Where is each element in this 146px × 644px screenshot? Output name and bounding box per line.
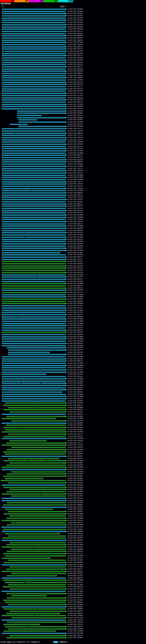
hit-label[interactable]: UniRef100_B8MWJ1 [68,606,83,608]
hit-label[interactable]: UniRef100_Q9UST7 [68,626,83,628]
hit-label[interactable]: UniRef100_B4WIB7 [68,278,83,280]
hit-bar[interactable] [2,418,56,419]
hit-bar[interactable] [2,385,66,386]
hit-bar[interactable] [9,635,66,636]
hit-bar[interactable] [2,370,66,370]
hit-bar[interactable] [11,573,66,574]
hit-label[interactable]: UniRef100_B4FF27 [68,86,83,88]
hit-bar[interactable] [2,128,66,129]
hit-bar[interactable] [2,564,66,566]
hit-label[interactable]: UniRef100_A9XBP6 [68,508,83,510]
hit-bar[interactable] [2,148,66,149]
hit-bar[interactable] [2,325,66,326]
hit-label[interactable]: UniRef100_B9T5H6 [68,41,83,44]
hit-label[interactable]: UniRef100_UP1000... [68,340,86,342]
hit-label[interactable]: UniRef100_C5Y163 [68,92,83,94]
hit-label[interactable]: UniRef100_A6SSU4 [68,515,83,517]
hit-bar[interactable] [11,496,66,497]
hit-bar[interactable] [8,434,66,435]
hit-bar[interactable] [5,402,66,404]
hit-label[interactable]: UniRef100_B9G4E8 [68,70,83,72]
hit-label[interactable]: UniRef100_A9SNP9 [68,112,83,114]
hit-bar[interactable] [3,405,66,406]
hit-label[interactable]: UniRef100_UP1000... [68,152,86,154]
hit-label[interactable]: UniRef100_C4R3B8 [68,608,83,610]
hit-label[interactable]: UniRef100_B4JER9 [68,325,83,327]
hit-label[interactable]: UniRef100_B8M9X4 [68,577,83,579]
hit-bar[interactable] [2,232,66,233]
hit-label[interactable]: UniRef100_B5VJV2 [68,458,83,460]
hit-bar[interactable] [2,259,66,260]
hit-label[interactable]: UniRef100_B6SSY8 [68,99,83,101]
hit-bar[interactable] [2,318,66,320]
hit-label[interactable]: UniRef100_B2W5E9 [68,468,83,471]
hit-bar[interactable] [2,312,66,313]
hit-label[interactable]: UniRef100_B6SX67 [68,90,83,92]
hit-label[interactable]: UniRef100_B6QHZ8 [68,550,83,552]
hit-label[interactable]: UniRef100_A2R6T9 [68,446,83,449]
hit-bar[interactable] [2,24,66,25]
hit-bar[interactable] [3,553,66,554]
hit-bar[interactable] [2,363,66,364]
hit-bar[interactable] [8,584,66,585]
hit-label[interactable]: UniRef100_Q4W607 [68,300,83,303]
hit-label[interactable]: UniRef100_A9USN8 [68,170,83,172]
hit-label[interactable]: UniRef100_B5DUL7 [68,154,83,156]
hit-bar[interactable] [2,340,66,342]
hit-label[interactable]: UniRef100_C3KGR6 [68,188,83,190]
hit-label[interactable]: UniRef100_B5SGB4 [68,245,83,248]
hit-label[interactable]: UniRef100_B0Y5F4 [68,557,83,560]
hit-bar[interactable] [2,294,66,296]
hit-label[interactable]: UniRef100_P84312 [68,314,83,316]
hit-bar[interactable] [11,595,46,596]
hit-bar[interactable] [2,166,66,167]
hit-label[interactable]: UniRef100_Q1HE34 [68,267,83,269]
hit-bar[interactable] [2,230,66,231]
hit-label[interactable]: UniRef100_UP1000... [68,566,86,568]
hit-bar[interactable] [9,566,66,568]
hit-label[interactable]: UniRef100_Q5W4G6 [68,227,83,230]
hit-bar[interactable] [2,142,66,142]
hit-label[interactable]: UniRef100_A9TVH7 [68,108,83,110]
hit-label[interactable]: UniRef100_Q1E0F3 [68,595,83,597]
hit-label[interactable]: UniRef100_Q9XYT6 [68,205,83,208]
hit-bar[interactable] [6,442,66,444]
hit-bar[interactable] [2,252,59,253]
hit-label[interactable]: UniRef100_Q3SZG6 [68,159,83,161]
hit-bar[interactable] [7,575,56,576]
hit-bar[interactable] [2,431,66,432]
hit-bar[interactable] [2,467,66,468]
hit-bar[interactable] [2,217,66,218]
hit-label[interactable]: UniRef100_Q47038 [68,464,83,466]
hit-bar[interactable] [5,555,66,556]
hit-bar[interactable] [18,119,37,120]
hit-label[interactable]: UniRef100_UP1000... [68,282,86,285]
hit-label[interactable]: UniRef100_B3M3V0 [68,316,83,318]
hit-bar[interactable] [2,20,66,21]
hit-bar[interactable] [2,102,66,103]
hit-label[interactable]: UniRef100_UP1000... [68,294,86,296]
hit-label[interactable]: UniRef100_B6H8K3 [68,539,83,542]
hit-label[interactable]: UniRef100_C1BNM8 [68,166,83,168]
hit-label[interactable]: UniRef100_Q3B1T7 [68,66,83,68]
hit-bar[interactable] [2,53,66,54]
hit-bar[interactable] [5,626,66,627]
hit-label[interactable]: UniRef100_C5G5J5 [68,624,83,626]
hit-label[interactable]: UniRef100_Q013B0 [68,632,83,635]
hit-label[interactable]: UniRef100_UP1000... [68,364,86,367]
hit-label[interactable]: UniRef100_B3TLM9 [68,52,83,55]
hit-label[interactable]: UniRef100_A0JFJ0 [68,292,83,294]
hit-label[interactable]: UniRef100_UP1000... [68,579,86,582]
hit-label[interactable]: UniRef100_Q7ZY96 [68,312,83,314]
hit-label[interactable]: UniRef100_B3L3A9 [68,617,83,619]
hit-bar[interactable] [5,509,53,510]
hit-bar[interactable] [7,347,66,348]
hit-bar[interactable] [2,358,66,360]
hit-label[interactable]: UniRef100_A9SNU6 [68,121,83,123]
hit-label[interactable]: UniRef100_UP1000... [68,176,86,179]
hit-bar[interactable] [8,482,66,484]
hit-label[interactable]: UniRef100_C3Z911 [68,134,83,136]
hit-label[interactable]: UniRef100_C9JBL2 [68,305,83,307]
hit-label[interactable]: UniRef100_B9S1B3 [68,37,83,39]
hit-bar[interactable] [5,602,66,603]
